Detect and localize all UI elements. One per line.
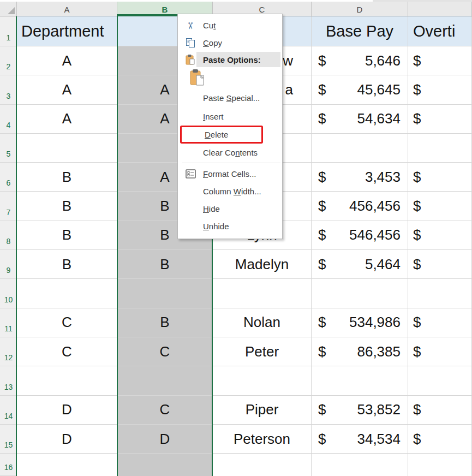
row-header-15[interactable]: 15 <box>0 425 17 454</box>
cell-E6[interactable]: $ <box>408 163 472 192</box>
context-menu-item-cut[interactable]: ✂Cut <box>178 17 282 34</box>
cell-A12[interactable]: C <box>17 337 117 366</box>
row-header-11[interactable]: 11 <box>0 308 17 337</box>
context-menu-item-unhide[interactable]: Unhide <box>178 217 282 235</box>
cell-D3[interactable]: $45,645 <box>312 75 408 104</box>
column-header-E[interactable] <box>408 2 472 16</box>
cell-D5[interactable] <box>312 134 408 163</box>
cell-C11[interactable]: Nolan <box>213 308 312 337</box>
cell-A11[interactable]: C <box>17 308 117 337</box>
row-header-16[interactable]: 16 <box>0 454 17 476</box>
cell-E11[interactable]: $ <box>408 308 472 337</box>
cell-text: A <box>160 110 169 127</box>
cell-C15[interactable]: Peterson <box>213 425 312 454</box>
cell-A3[interactable]: A <box>17 75 117 104</box>
row-header-3[interactable]: 3 <box>0 75 17 104</box>
cell-D7[interactable]: $456,456 <box>312 192 408 221</box>
context-menu-item-paste-options[interactable]: Paste Options: <box>178 51 282 68</box>
cell-A15[interactable]: D <box>17 425 117 454</box>
cell-D14[interactable]: $53,852 <box>312 396 408 425</box>
context-menu-item-paste-special[interactable]: Paste Special... <box>178 88 282 108</box>
row-header-5[interactable]: 5 <box>0 134 17 163</box>
cell-A6[interactable]: B <box>17 163 117 192</box>
cell-D6[interactable]: $3,453 <box>312 163 408 192</box>
cell-D9[interactable]: $5,464 <box>312 250 408 279</box>
context-menu-item-format-cells[interactable]: Format Cells... <box>178 165 282 182</box>
row-header-8[interactable]: 8 <box>0 221 17 250</box>
cell-E12[interactable]: $ <box>408 337 472 366</box>
cell-E10[interactable] <box>408 279 472 308</box>
cell-A2[interactable]: A <box>17 46 117 75</box>
row-header-7[interactable]: 7 <box>0 192 17 221</box>
cell-D16[interactable] <box>312 454 408 476</box>
cell-E1[interactable]: Overti <box>408 16 472 46</box>
context-menu-item-clear-contents[interactable]: Clear Contents <box>178 144 282 161</box>
cell-D13[interactable] <box>312 366 408 395</box>
cell-text: D <box>62 431 72 448</box>
row-header-12[interactable]: 12 <box>0 337 17 366</box>
cell-C14[interactable]: Piper <box>213 396 312 425</box>
cell-B16[interactable] <box>117 454 213 476</box>
cell-text: $ <box>413 343 421 360</box>
column-header-D[interactable]: D <box>312 2 408 16</box>
cell-E4[interactable]: $ <box>408 105 472 134</box>
row-header-9[interactable]: 9 <box>0 250 17 279</box>
cell-A4[interactable]: A <box>17 105 117 134</box>
cell-C9[interactable]: Madelyn <box>213 250 312 279</box>
cell-C12[interactable]: Peter <box>213 337 312 366</box>
cell-E2[interactable]: $ <box>408 46 472 75</box>
cell-D10[interactable] <box>312 279 408 308</box>
cell-A13[interactable] <box>17 366 117 395</box>
row-header-1[interactable]: 1 <box>0 16 17 46</box>
cell-B10[interactable] <box>117 279 213 308</box>
row-header-10[interactable]: 10 <box>0 279 17 308</box>
cell-C10[interactable] <box>213 279 312 308</box>
select-all-corner[interactable] <box>0 2 17 16</box>
cell-E13[interactable] <box>408 366 472 395</box>
cell-B14[interactable]: C <box>117 396 213 425</box>
cell-A9[interactable]: B <box>17 250 117 279</box>
cell-E16[interactable] <box>408 454 472 476</box>
cell-A7[interactable]: B <box>17 192 117 221</box>
row-header-14[interactable]: 14 <box>0 396 17 425</box>
base-pay-value: 86,385 <box>357 343 401 360</box>
column-header-A[interactable]: A <box>17 2 117 16</box>
cell-A8[interactable]: B <box>17 221 117 250</box>
cell-D1[interactable]: Base Pay <box>312 16 408 46</box>
cell-A1[interactable]: Department <box>17 16 117 46</box>
cell-A14[interactable]: D <box>17 396 117 425</box>
cell-D4[interactable]: $54,634 <box>312 105 408 134</box>
cell-D12[interactable]: $86,385 <box>312 337 408 366</box>
cell-E15[interactable]: $ <box>408 425 472 454</box>
cell-B11[interactable]: B <box>117 308 213 337</box>
context-menu-paste-button[interactable] <box>178 68 282 88</box>
cell-A16[interactable] <box>17 454 117 476</box>
cell-E9[interactable]: $ <box>408 250 472 279</box>
cell-B12[interactable]: C <box>117 337 213 366</box>
context-menu-item-hide[interactable]: Hide <box>178 200 282 217</box>
cell-B13[interactable] <box>117 366 213 395</box>
cell-A10[interactable] <box>17 279 117 308</box>
row-header-13[interactable]: 13 <box>0 366 17 395</box>
cell-E14[interactable]: $ <box>408 396 472 425</box>
cell-D8[interactable]: $546,456 <box>312 221 408 250</box>
context-menu-item-column-width[interactable]: Column Width... <box>178 182 282 200</box>
cell-C16[interactable] <box>213 454 312 476</box>
cell-B15[interactable]: D <box>117 425 213 454</box>
cell-B9[interactable]: B <box>117 250 213 279</box>
cell-D11[interactable]: $534,986 <box>312 308 408 337</box>
row-header-6[interactable]: 6 <box>0 163 17 192</box>
cell-D2[interactable]: $5,646 <box>312 46 408 75</box>
cell-E7[interactable]: $ <box>408 192 472 221</box>
cell-A5[interactable] <box>17 134 117 163</box>
row-header-4[interactable]: 4 <box>0 105 17 134</box>
row-header-2[interactable]: 2 <box>0 46 17 75</box>
cell-C13[interactable] <box>213 366 312 395</box>
cell-D15[interactable]: $34,534 <box>312 425 408 454</box>
cell-E5[interactable] <box>408 134 472 163</box>
context-menu-item-delete-red-annotated[interactable]: Delete <box>180 126 263 144</box>
cell-E8[interactable]: $ <box>408 221 472 250</box>
context-menu-item-insert[interactable]: Insert <box>178 108 282 126</box>
context-menu-item-copy[interactable]: Copy <box>178 34 282 51</box>
cell-E3[interactable]: $ <box>408 75 472 104</box>
